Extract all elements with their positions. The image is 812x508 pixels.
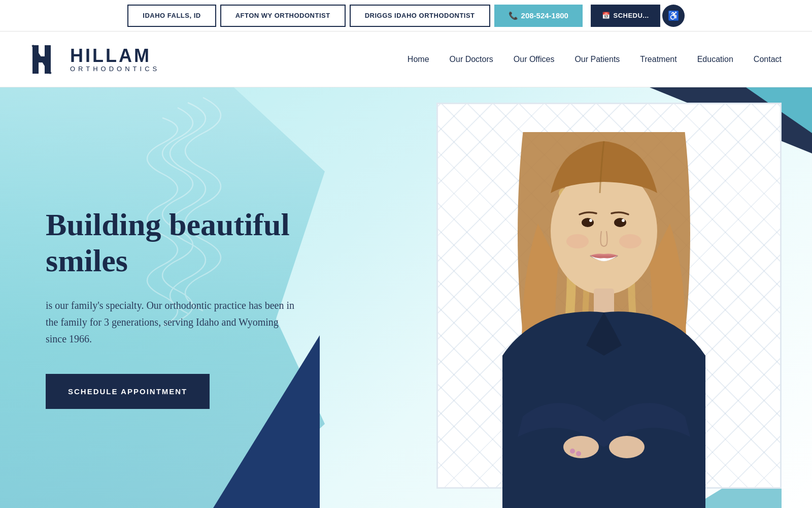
header: HILLAM ORTHODONTICS Home Our Doctors Our… [0,31,812,87]
nav-contact[interactable]: Contact [754,55,782,64]
svg-point-10 [566,234,589,248]
accessibility-icon: ♿ [668,10,679,21]
schedule-appointment-button[interactable]: SCHEDULE APPOINTMENT [46,374,210,409]
hero-image-area [426,103,782,508]
phone-number: 208-524-1800 [521,11,568,20]
idaho-falls-button[interactable]: IDAHO FALLS, ID [127,5,216,27]
svg-point-7 [614,218,626,227]
svg-point-13 [563,436,599,458]
accessibility-button[interactable]: ♿ [662,5,685,27]
logo[interactable]: HILLAM ORTHODONTICS [30,41,160,78]
svg-point-6 [582,218,594,227]
svg-point-11 [619,234,641,248]
nav-our-patients[interactable]: Our Patients [574,55,620,64]
svg-point-8 [589,219,592,222]
phone-icon: 📞 [509,11,518,20]
logo-text: HILLAM ORTHODONTICS [70,46,160,73]
logo-orthodontics: ORTHODONTICS [70,66,160,73]
nav-treatment[interactable]: Treatment [640,55,676,64]
nav-our-offices[interactable]: Our Offices [514,55,555,64]
hero-person-placeholder [426,103,782,508]
svg-point-9 [622,219,625,222]
svg-point-5 [551,168,657,295]
schedule-button[interactable]: 📅 SCHEDU... [591,5,660,27]
driggs-idaho-button[interactable]: DRIGGS IDAHO ORTHODONTIST [350,5,490,27]
schedule-area: 📅 SCHEDU... ♿ [591,5,685,27]
main-nav: Home Our Doctors Our Offices Our Patient… [408,55,782,64]
svg-rect-12 [594,289,614,314]
afton-wy-button[interactable]: AFTON WY ORTHODONTIST [220,5,346,27]
hero-content: Building beautiful smiles is our family'… [0,186,315,409]
nav-education[interactable]: Education [697,55,733,64]
logo-hillam: HILLAM [70,46,160,66]
logo-h-icon [30,41,67,78]
hero-title: Building beautiful smiles [46,207,315,279]
calendar-icon: 📅 [602,12,611,19]
person-illustration [457,132,751,508]
svg-point-14 [609,436,645,458]
top-bar: IDAHO FALLS, ID AFTON WY ORTHODONTIST DR… [0,0,812,31]
svg-point-15 [570,449,575,454]
svg-point-16 [576,451,581,456]
phone-button[interactable]: 📞 208-524-1800 [494,5,583,27]
hero-section: Building beautiful smiles is our family'… [0,87,812,508]
hero-subtitle: is our family's specialty. Our orthodont… [46,297,299,347]
nav-our-doctors[interactable]: Our Doctors [450,55,493,64]
schedule-label: SCHEDU... [613,12,649,19]
nav-home[interactable]: Home [408,55,429,64]
